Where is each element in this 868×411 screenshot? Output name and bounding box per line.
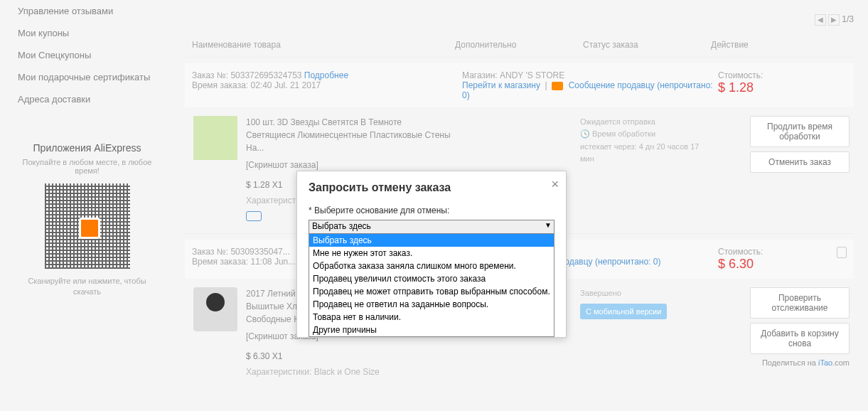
order-price: $ 1.28 — [718, 80, 847, 95]
qr-code[interactable] — [45, 183, 130, 269]
sidebar-item-gift[interactable]: Мои подарочные сертификаты — [7, 66, 167, 88]
order-time: 11:08 Jun... — [251, 257, 296, 267]
option-placeholder[interactable]: Выбрать здесь — [309, 234, 554, 247]
sidebar-item-addresses[interactable]: Адреса доставки — [7, 88, 167, 110]
store-label: Магазин: — [462, 70, 498, 80]
message-seller-link[interactable]: Сообщение продавцу — [569, 80, 655, 90]
pager-next-icon[interactable]: ▶ — [828, 14, 840, 26]
itao-share[interactable]: Поделиться на iTao.com — [708, 358, 850, 367]
app-promo: Приложения AliExpress Покупайте в любом … — [7, 132, 167, 309]
pager: ◀ ▶ 1/3 — [185, 14, 854, 26]
option-not-needed[interactable]: Мне не нужен этот заказ. — [309, 247, 554, 260]
order-num: 50309335047... — [230, 247, 289, 257]
option-shipping[interactable]: Продавец не может отправить товар выбран… — [309, 285, 554, 298]
order-more-link[interactable]: Подробнее — [304, 70, 348, 80]
option-no-reply[interactable]: Продавец не ответил на заданные вопросы. — [309, 298, 554, 311]
scan-text: Сканируйте или нажмите, чтобы скачать — [18, 276, 156, 298]
order-time-label: Время заказа: — [192, 257, 248, 267]
option-other[interactable]: Другие причины — [309, 324, 554, 336]
order-num: 503372695324753 — [230, 70, 301, 80]
order-num-label: Заказ №: — [192, 70, 228, 80]
go-store-link[interactable]: Перейти к магазину — [462, 80, 540, 90]
header-product: Наименование товара — [185, 40, 455, 50]
cancel-modal: × Запросить отмену заказа * Выберите осн… — [296, 171, 567, 338]
done-status: Завершено — [580, 287, 708, 299]
order-time: 02:40 Jul. 21 2017 — [251, 80, 321, 90]
header-status: Статус заказа — [583, 40, 711, 50]
order-meta: Заказ №: 503372695324753 Подробнее Время… — [185, 63, 854, 107]
app-subtitle: Покупайте в любом месте, в любое время! — [18, 158, 156, 175]
option-out-of-stock[interactable]: Товара нет в наличии. — [309, 311, 554, 324]
message-icon — [552, 82, 563, 90]
trash-icon[interactable] — [837, 247, 847, 258]
extend-time-button[interactable]: Продлить время обработки — [750, 116, 850, 147]
sidebar-item-coupons[interactable]: Мои купоны — [7, 22, 167, 44]
product-thumb[interactable] — [193, 116, 237, 160]
itao-post: .com — [832, 358, 850, 367]
close-icon[interactable]: × — [551, 177, 559, 192]
modal-title: Запросить отмену заказа — [309, 181, 554, 194]
reason-label: * Выберите основание для отмены: — [309, 206, 554, 215]
product-thumb[interactable] — [193, 287, 237, 331]
order-num-label: Заказ №: — [192, 247, 228, 257]
characteristics: Характеристики: Black и One Size — [246, 365, 452, 378]
track-button[interactable]: Проверить отслеживание — [750, 287, 850, 319]
mobile-badge: С мобильной версии — [580, 304, 667, 320]
table-header: Наименование товара Дополнительно Статус… — [185, 33, 854, 58]
sidebar: Управление отзывами Мои купоны Мои Спецк… — [7, 0, 167, 309]
expires-text: истекает через: 4 дн 20 часов 17 мин — [580, 141, 708, 164]
order-status: Ожидается отправка — [580, 116, 708, 128]
itao-link: iTao — [818, 358, 832, 367]
line-price: $ 6.30 X1 — [246, 350, 452, 363]
add-cart-button[interactable]: Добавить в корзину снова — [750, 323, 850, 354]
pager-prev-icon[interactable]: ◀ — [815, 14, 826, 26]
header-extra: Дополнительно — [455, 40, 583, 50]
reason-dropdown: Выбрать здесь Мне не нужен этот заказ. О… — [309, 234, 554, 337]
sidebar-item-reviews[interactable]: Управление отзывами — [7, 0, 167, 22]
screenshot-link[interactable]: [Скриншот заказа] — [246, 159, 452, 171]
cost-label: Стоимость: — [718, 247, 847, 257]
order-price: $ 6.30 — [718, 257, 847, 272]
cost-label: Стоимость: — [718, 70, 847, 80]
truck-icon — [246, 211, 262, 221]
option-too-long[interactable]: Обработка заказа заняла слишком много вр… — [309, 260, 554, 272]
sidebar-item-special[interactable]: Мои Спецкупоны — [7, 44, 167, 66]
app-title: Приложения AliExpress — [18, 142, 156, 154]
store-name: ANDY 'S STORE — [500, 70, 564, 80]
processing-time-label: 🕓 Время обработки — [580, 128, 708, 140]
option-price-raised[interactable]: Продавец увеличил стоимость этого заказа — [309, 272, 554, 285]
reason-select[interactable]: Выбрать здесь — [309, 220, 554, 234]
pager-text: 1/3 — [842, 14, 854, 24]
header-action: Действие — [711, 40, 854, 50]
unread-count: (непрочитано: 0) — [595, 257, 661, 267]
itao-pre: Поделиться на — [762, 358, 818, 367]
product-title[interactable]: 100 шт. 3D Звезды Светятся В Темноте Све… — [246, 116, 452, 154]
cancel-order-button[interactable]: Отменить заказ — [750, 151, 850, 173]
order-time-label: Время заказа: — [192, 80, 248, 90]
